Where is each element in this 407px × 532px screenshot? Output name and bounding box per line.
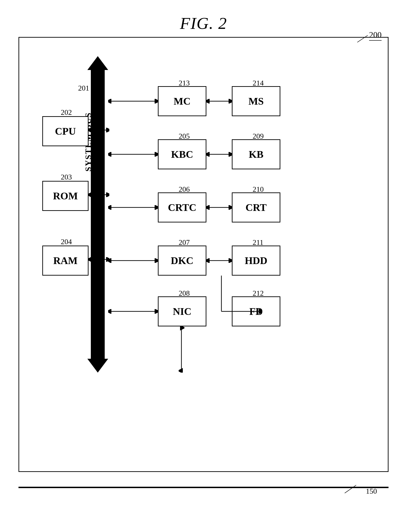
crtc-crt-arrow	[206, 205, 232, 210]
cpu-box: CPU	[42, 116, 88, 146]
system-bus-arrow	[87, 56, 108, 373]
ref-213: 213	[179, 79, 190, 87]
arrow-up-head	[87, 56, 108, 70]
bus-kbc-arrow	[108, 152, 158, 157]
network-line	[18, 487, 389, 488]
ref-204: 204	[61, 238, 72, 246]
nic-box: NIC	[158, 296, 206, 326]
ref-150-line	[344, 484, 359, 493]
cpu-bus-arrow	[88, 128, 109, 132]
page-title: FIG. 2	[180, 14, 227, 33]
ms-box: MS	[232, 86, 280, 116]
hdd-box: HDD	[232, 246, 280, 276]
rom-box: ROM	[42, 181, 88, 211]
ref-202: 202	[61, 108, 72, 117]
kbc-kb-arrow	[206, 152, 232, 157]
bus-dkc-arrow	[108, 258, 158, 263]
ref-209: 209	[253, 132, 264, 140]
dkc-box: DKC	[158, 246, 206, 276]
ref-214: 214	[253, 79, 264, 87]
mc-ms-arrow	[206, 99, 232, 103]
ram-box: RAM	[42, 246, 88, 276]
dkc-fd-connector	[220, 276, 262, 322]
ref-150: 150	[366, 487, 377, 495]
ref-200-line	[355, 34, 369, 43]
mc-box: MC	[158, 86, 206, 116]
ref-207: 207	[179, 238, 190, 247]
bus-nic-arrow	[108, 309, 158, 314]
dkc-hdd-arrow	[206, 258, 232, 263]
kbc-box: KBC	[158, 139, 206, 169]
ref-203: 203	[61, 173, 72, 181]
nic-network-arrow	[179, 326, 184, 373]
svg-line-16	[357, 35, 368, 42]
svg-line-15	[344, 485, 356, 493]
ref-210: 210	[253, 185, 264, 193]
arrow-body	[91, 69, 105, 361]
bus-mc-arrow	[108, 99, 158, 103]
kb-box: KB	[232, 139, 280, 169]
rom-bus-arrow	[88, 193, 109, 197]
crtc-box: CRTC	[158, 193, 206, 223]
ref-205: 205	[179, 132, 190, 140]
ref-211: 211	[253, 238, 264, 247]
ref-206: 206	[179, 185, 190, 193]
bus-crtc-arrow	[108, 205, 158, 210]
main-diagram-box: SYSTEM BUS 201 CPU 202 ROM 203 RAM 204 M…	[18, 37, 389, 472]
ref-208: 208	[179, 289, 190, 298]
ram-bus-arrow	[88, 257, 109, 262]
crt-box: CRT	[232, 193, 280, 223]
arrow-down-head	[87, 359, 108, 373]
